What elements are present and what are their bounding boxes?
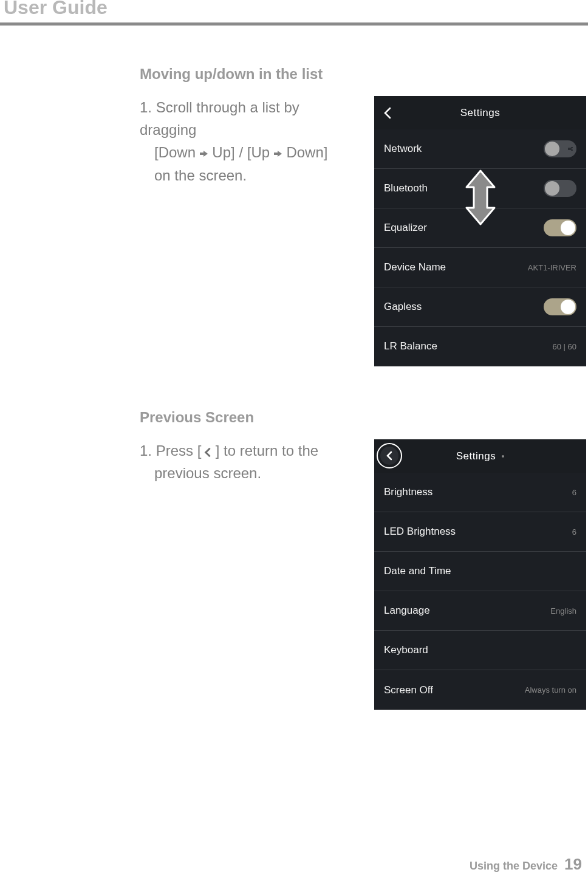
row-label: Device Name <box>384 261 446 273</box>
row-value: AKT1-IRIVER <box>528 263 576 272</box>
text-line: Up] / [Up <box>208 144 274 160</box>
instruction-previous: 1. Press [ ] to return to the previous s… <box>140 439 374 710</box>
page-footer: Using the Device 19 <box>470 855 582 874</box>
row-value: English <box>550 606 576 616</box>
indicator-dot-icon <box>502 455 504 458</box>
row-network[interactable]: Network <box>374 129 586 169</box>
row-language[interactable]: Language English <box>374 591 586 631</box>
section-heading-previous: Previous Screen <box>140 409 586 426</box>
row-screen-off[interactable]: Screen Off Always turn on <box>374 670 586 710</box>
row-date-time[interactable]: Date and Time <box>374 552 586 591</box>
toggle-knob <box>545 181 559 196</box>
phone-title: Settings <box>374 107 586 119</box>
svg-rect-2 <box>571 149 573 151</box>
row-label: Language <box>384 605 430 617</box>
row-value: 6 <box>572 488 576 497</box>
row-label: Brightness <box>384 486 432 498</box>
plug-icon <box>568 146 573 152</box>
toggle-knob <box>545 142 559 156</box>
toggle-knob <box>561 221 575 235</box>
step-number: 1. <box>140 99 152 115</box>
phone-title: Settings <box>374 450 586 462</box>
row-label: Bluetooth <box>384 182 428 194</box>
row-value: 60 | 60 <box>552 342 576 351</box>
row-label: Network <box>384 143 422 155</box>
row-label: Gapless <box>384 301 422 313</box>
row-gapless[interactable]: Gapless <box>374 287 586 327</box>
section-heading-scroll: Moving up/down in the list <box>140 66 586 83</box>
toggle-equalizer[interactable] <box>544 219 576 236</box>
text-line: previous screen. <box>140 462 261 484</box>
chevron-left-icon <box>205 448 211 456</box>
row-brightness[interactable]: Brightness 6 <box>374 473 586 512</box>
phone-header: Settings <box>374 439 586 473</box>
page-number: 19 <box>564 855 582 873</box>
row-value: Always turn on <box>525 685 576 695</box>
toggle-gapless[interactable] <box>544 298 576 315</box>
row-lr-balance[interactable]: LR Balance 60 | 60 <box>374 327 586 366</box>
row-label: LED Brightness <box>384 526 456 538</box>
chapter-name: Using the Device <box>470 860 558 872</box>
row-device-name[interactable]: Device Name AKT1-IRIVER <box>374 248 586 287</box>
toggle-knob <box>561 300 575 314</box>
phone-mock-settings-2: Settings Brightness 6 LED Brightness 6 D… <box>374 439 586 710</box>
row-label: Screen Off <box>384 684 433 696</box>
toggle-network[interactable] <box>544 140 576 157</box>
row-led-brightness[interactable]: LED Brightness 6 <box>374 512 586 552</box>
chevron-left-icon <box>383 107 394 119</box>
instruction-scroll: 1. Scroll through a list by dragging [Do… <box>140 96 374 366</box>
step-number: 1. <box>140 442 152 459</box>
row-label: LR Balance <box>384 340 437 352</box>
chevron-left-icon <box>386 451 393 461</box>
row-label: Date and Time <box>384 565 451 577</box>
row-keyboard[interactable]: Keyboard <box>374 631 586 670</box>
arrow-right-icon <box>200 151 208 157</box>
text-line: on the screen. <box>140 164 247 187</box>
doc-title: User Guide <box>0 0 588 26</box>
back-button-highlighted[interactable] <box>377 443 402 468</box>
text-line: Press [ <box>156 442 205 459</box>
text-line: Down] <box>282 144 328 160</box>
text-line: Scroll through a list by dragging <box>140 99 299 138</box>
phone-header: Settings <box>374 96 586 129</box>
scroll-updown-icon <box>463 169 498 226</box>
arrow-right-icon <box>274 151 282 157</box>
row-value: 6 <box>572 527 576 537</box>
row-label: Keyboard <box>384 644 428 656</box>
text-line: [Down <box>154 144 200 160</box>
text-line: ] to return to the <box>211 442 318 459</box>
svg-rect-1 <box>571 147 573 148</box>
phone-mock-settings-1: Settings Network Bluetooth Equalizer Dev… <box>374 96 586 366</box>
toggle-bluetooth[interactable] <box>544 180 576 197</box>
row-label: Equalizer <box>384 222 427 234</box>
back-button[interactable] <box>383 107 394 119</box>
